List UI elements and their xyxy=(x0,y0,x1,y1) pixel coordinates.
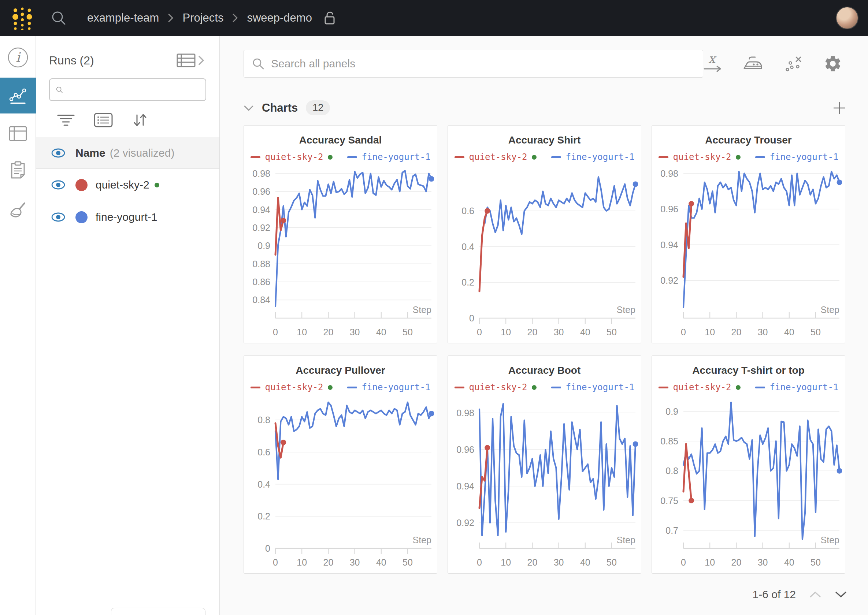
legend-line-swatch xyxy=(250,156,260,158)
user-avatar[interactable] xyxy=(836,6,859,29)
unlock-icon[interactable] xyxy=(323,10,337,26)
pagination: 1-6 of 12 xyxy=(244,588,847,601)
legend-run-name[interactable]: fine-yogurt-1 xyxy=(566,382,635,392)
legend-run-name[interactable]: quiet-sky-2 xyxy=(673,382,731,392)
run-name[interactable]: fine-yogurt-1 xyxy=(95,211,157,223)
svg-text:Step: Step xyxy=(413,535,432,545)
chart-plot-area[interactable]: 0.920.940.960.9801020304050Step xyxy=(452,395,638,573)
chart-title: Accuracy Pullover xyxy=(244,365,437,376)
nav-overview-icon[interactable]: i xyxy=(0,39,36,75)
chart-legend: quiet-sky-2 fine-yogurt-1 xyxy=(652,381,845,393)
visibility-eye-icon[interactable] xyxy=(50,180,66,190)
section-collapse-chevron-icon[interactable] xyxy=(244,105,254,111)
legend-line-swatch xyxy=(347,156,357,158)
legend-line-swatch xyxy=(755,387,765,389)
global-search-icon[interactable] xyxy=(50,10,67,26)
legend-run-name[interactable]: quiet-sky-2 xyxy=(265,382,324,392)
svg-text:10: 10 xyxy=(500,557,511,567)
legend-line-swatch xyxy=(551,387,561,389)
legend-run-name[interactable]: fine-yogurt-1 xyxy=(770,152,839,162)
run-row[interactable]: fine-yogurt-1 xyxy=(36,201,219,233)
charts-section-title[interactable]: Charts xyxy=(262,101,298,115)
nav-sweeps-icon[interactable] xyxy=(0,192,36,228)
chart-panel[interactable]: Accuracy Shirt quiet-sky-2 fine-yogurt-1… xyxy=(447,125,641,343)
chart-plot-area[interactable]: 0.70.750.80.850.901020304050Step xyxy=(655,395,842,573)
expand-runs-table-button[interactable] xyxy=(176,52,207,69)
legend-line-swatch xyxy=(658,387,668,389)
svg-text:0.88: 0.88 xyxy=(252,259,270,269)
svg-text:0.6: 0.6 xyxy=(461,206,474,216)
smoothing-iron-icon[interactable] xyxy=(743,55,763,72)
svg-text:50: 50 xyxy=(810,557,821,567)
legend-line-swatch xyxy=(347,387,357,389)
chart-panel[interactable]: Accuracy Sandal quiet-sky-2 fine-yogurt-… xyxy=(244,125,437,343)
run-status-dot xyxy=(532,385,536,390)
left-nav-rail: i xyxy=(0,36,36,615)
legend-run-name[interactable]: quiet-sky-2 xyxy=(673,152,731,162)
chart-panel[interactable]: Accuracy Boot quiet-sky-2 fine-yogurt-1 … xyxy=(447,356,641,574)
bottom-popup-partial[interactable] xyxy=(111,608,205,615)
chart-panel[interactable]: Accuracy Trouser quiet-sky-2 fine-yogurt… xyxy=(652,125,845,343)
svg-text:30: 30 xyxy=(758,557,768,567)
svg-text:40: 40 xyxy=(784,327,794,337)
run-row[interactable]: quiet-sky-2 xyxy=(36,169,219,201)
chart-plot-area[interactable]: 0.920.940.960.9801020304050Step xyxy=(655,164,842,342)
breadcrumb: example-team Projects sweep-demo xyxy=(87,10,337,26)
chart-plot-area[interactable]: 0.20.40.6001020304050Step xyxy=(452,164,638,342)
legend-line-swatch xyxy=(455,156,464,158)
runs-panel-title: Runs (2) xyxy=(49,54,94,67)
nav-charts-icon[interactable] xyxy=(0,78,36,114)
chart-plot-area[interactable]: 0.840.860.880.90.920.940.960.98010203040… xyxy=(247,164,434,342)
chart-panel[interactable]: Accuracy Pullover quiet-sky-2 fine-yogur… xyxy=(244,356,437,574)
chart-plot-area[interactable]: 0.20.40.60.8001020304050Step xyxy=(247,395,434,573)
legend-run-name[interactable]: quiet-sky-2 xyxy=(469,152,527,162)
svg-text:0: 0 xyxy=(477,327,482,337)
chart-title: Accuracy Shirt xyxy=(448,134,641,146)
add-panel-icon[interactable] xyxy=(832,101,847,115)
svg-text:0.94: 0.94 xyxy=(456,481,474,491)
runs-search-input[interactable] xyxy=(67,84,200,95)
breadcrumb-project-name[interactable]: sweep-demo xyxy=(247,11,312,25)
legend-run-name[interactable]: fine-yogurt-1 xyxy=(566,152,635,162)
run-name[interactable]: quiet-sky-2 xyxy=(95,179,149,191)
svg-text:10: 10 xyxy=(297,557,307,567)
svg-text:10: 10 xyxy=(705,327,715,337)
legend-run-name[interactable]: quiet-sky-2 xyxy=(265,152,324,162)
run-status-dot xyxy=(736,155,741,159)
page-down-chevron-icon[interactable] xyxy=(835,591,847,598)
svg-text:10: 10 xyxy=(297,327,307,337)
visibility-eye-icon[interactable] xyxy=(50,148,66,159)
sort-icon[interactable] xyxy=(132,112,148,128)
chart-legend: quiet-sky-2 fine-yogurt-1 xyxy=(244,381,437,393)
svg-text:30: 30 xyxy=(758,327,768,337)
breadcrumb-team[interactable]: example-team xyxy=(87,11,159,25)
page-up-chevron-icon[interactable] xyxy=(809,591,821,598)
nav-table-icon[interactable] xyxy=(0,116,36,151)
svg-text:0: 0 xyxy=(265,543,270,554)
group-list-icon[interactable] xyxy=(94,113,113,127)
legend-line-swatch xyxy=(658,156,668,158)
legend-run-name[interactable]: fine-yogurt-1 xyxy=(770,382,839,392)
nav-reports-icon[interactable] xyxy=(0,152,36,188)
legend-run-name[interactable]: fine-yogurt-1 xyxy=(362,152,431,162)
run-status-dot xyxy=(328,155,333,159)
runs-search-box[interactable] xyxy=(49,78,206,101)
x-axis-settings-icon[interactable]: x xyxy=(703,54,722,73)
runs-name-header[interactable]: Name (2 visualized) xyxy=(36,137,219,169)
filter-icon[interactable] xyxy=(57,114,75,126)
svg-text:0.96: 0.96 xyxy=(252,186,270,197)
svg-text:0.4: 0.4 xyxy=(258,479,270,489)
panel-search-box[interactable] xyxy=(244,50,703,78)
breadcrumb-projects[interactable]: Projects xyxy=(182,11,224,25)
legend-run-name[interactable]: quiet-sky-2 xyxy=(469,382,527,392)
chart-panel[interactable]: Accuracy T-shirt or top quiet-sky-2 fine… xyxy=(652,356,845,574)
visibility-eye-icon[interactable] xyxy=(50,212,66,223)
legend-run-name[interactable]: fine-yogurt-1 xyxy=(362,382,431,392)
panel-search-input[interactable] xyxy=(271,58,695,70)
wandb-logo-icon[interactable] xyxy=(11,6,34,30)
ignore-outliers-icon[interactable] xyxy=(784,54,803,73)
name-column-label: Name xyxy=(75,147,105,159)
settings-gear-icon[interactable] xyxy=(823,54,842,73)
svg-text:10: 10 xyxy=(705,557,715,567)
legend-line-swatch xyxy=(551,156,561,158)
